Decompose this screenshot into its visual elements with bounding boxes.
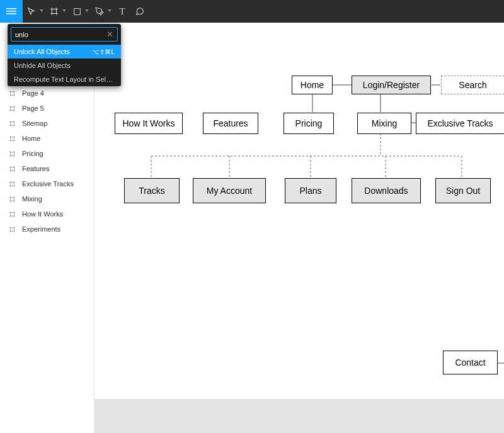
node-home[interactable]: Home <box>292 76 333 94</box>
sidebar-item-label: Experiments <box>22 225 60 233</box>
sidebar-item-pricing[interactable]: Pricing <box>0 146 94 161</box>
node-how-it-works[interactable]: How It Works <box>115 113 183 134</box>
sidebar-item-label: Pricing <box>22 150 43 157</box>
frame-icon <box>9 90 16 97</box>
chevron-down-icon <box>62 9 66 12</box>
chevron-down-icon <box>85 9 89 12</box>
sidebar-item-features[interactable]: Features <box>0 161 94 176</box>
svg-rect-1 <box>6 11 16 12</box>
toolbar: T <box>0 0 504 23</box>
frame-icon <box>9 226 16 233</box>
clear-icon[interactable]: ✕ <box>106 30 113 39</box>
node-pricing[interactable]: Pricing <box>284 113 334 134</box>
main-menu-button[interactable] <box>0 0 23 23</box>
node-downloads[interactable]: Downloads <box>352 178 421 203</box>
sidebar-item-label: How It Works <box>22 210 63 218</box>
chevron-down-icon <box>40 9 43 12</box>
quick-action-unhide-all[interactable]: Unhide All Objects <box>8 59 121 72</box>
quick-action-label: Unhide All Objects <box>14 62 71 69</box>
node-plans[interactable]: Plans <box>285 178 336 203</box>
frame-icon <box>9 105 16 112</box>
node-features[interactable]: Features <box>203 113 258 134</box>
svg-rect-0 <box>6 8 16 9</box>
node-tracks[interactable]: Tracks <box>124 178 180 203</box>
sidebar-item-label: Home <box>22 135 40 142</box>
svg-rect-7 <box>74 8 80 14</box>
frame-icon <box>9 181 16 188</box>
comment-tool[interactable] <box>131 0 149 23</box>
quick-actions-search[interactable]: ✕ <box>11 27 118 42</box>
quick-action-label: Unlock All Objects <box>14 48 70 55</box>
canvas-footer-bar <box>94 399 504 433</box>
shape-tool[interactable] <box>68 0 91 23</box>
sidebar-item-label: Features <box>22 165 49 172</box>
frame-icon <box>9 166 16 172</box>
sidebar-item-exclusive-tracks[interactable]: Exclusive Tracks <box>0 176 94 191</box>
canvas[interactable]: Home Login/Register Search How It Works … <box>94 23 504 433</box>
text-tool[interactable]: T <box>113 0 131 23</box>
node-my-account[interactable]: My Account <box>193 178 266 203</box>
quick-actions-menu: ✕ Unlock All Objects ⌥⇧⌘L Unhide All Obj… <box>8 24 121 86</box>
node-mixing[interactable]: Mixing <box>357 113 411 134</box>
frame-icon <box>9 196 16 203</box>
sidebar-item-label: Page 5 <box>22 104 44 112</box>
sidebar-item-experiments[interactable]: Experiments <box>0 222 94 237</box>
sidebar-item-how-it-works[interactable]: How It Works <box>0 206 94 222</box>
sidebar-item-sitemap[interactable]: Sitemap <box>0 116 94 131</box>
quick-action-recompute-text[interactable]: Recompute Text Layout in Selection <box>8 72 121 86</box>
node-exclusive-tracks[interactable]: Exclusive Tracks <box>416 113 504 134</box>
pen-tool[interactable] <box>91 0 113 23</box>
sidebar-item-label: Exclusive Tracks <box>22 180 74 188</box>
node-sign-out[interactable]: Sign Out <box>435 178 491 203</box>
node-login-register[interactable]: Login/Register <box>352 76 431 94</box>
frame-icon <box>9 211 16 218</box>
sidebar-item-home[interactable]: Home <box>0 131 94 146</box>
chevron-down-icon <box>108 9 112 12</box>
node-contact[interactable]: Contact <box>443 351 498 374</box>
sidebar-item-mixing[interactable]: Mixing <box>0 191 94 206</box>
move-tool[interactable] <box>23 0 45 23</box>
sidebar-item-label: Sitemap <box>22 120 47 127</box>
quick-action-unlock-all[interactable]: Unlock All Objects ⌥⇧⌘L <box>8 45 121 59</box>
sidebar-item-label: Mixing <box>22 195 42 203</box>
sidebar-item-label: Page 4 <box>22 89 44 97</box>
quick-actions-input[interactable] <box>15 31 106 38</box>
sidebar-item-page4[interactable]: Page 4 <box>0 86 94 101</box>
sidebar-item-page5[interactable]: Page 5 <box>0 101 94 116</box>
quick-action-shortcut: ⌥⇧⌘L <box>92 48 115 55</box>
node-search[interactable]: Search <box>441 76 504 94</box>
frame-icon <box>9 135 16 142</box>
frame-icon <box>9 150 16 157</box>
frame-icon <box>9 120 16 127</box>
frame-tool[interactable] <box>45 0 68 23</box>
svg-rect-2 <box>6 13 16 14</box>
